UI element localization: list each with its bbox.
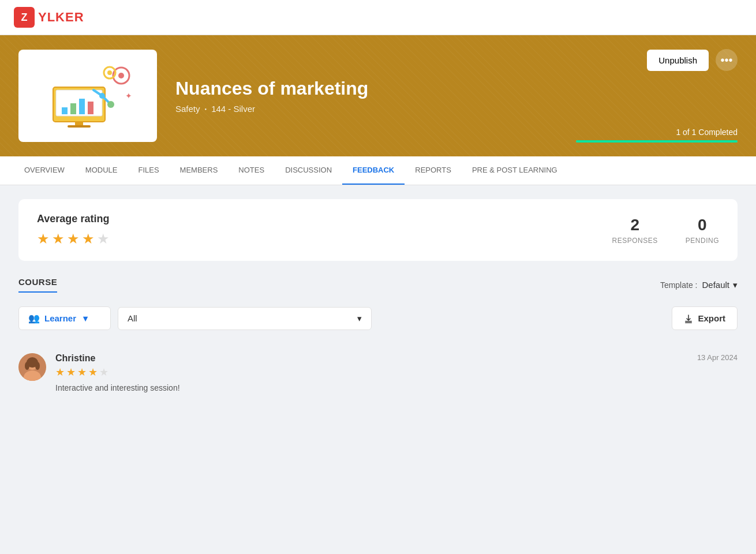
more-options-button[interactable]: ••• <box>716 49 738 71</box>
template-dropdown[interactable]: Default ▾ <box>702 280 738 290</box>
template-label: Template : <box>660 280 698 290</box>
course-category: Safety <box>175 104 200 114</box>
tab-notes[interactable]: NOTES <box>228 156 275 185</box>
all-filter-dropdown[interactable]: All ▾ <box>118 307 372 330</box>
learner-label: Learner <box>44 313 76 323</box>
logo-text: YLKER <box>38 10 84 25</box>
section-header: COURSE Template : Default ▾ <box>18 277 738 297</box>
export-label: Export <box>698 313 725 323</box>
course-progress: 1 of 1 Completed <box>576 128 738 143</box>
course-meta: Safety ● 144 - Silver <box>175 104 738 114</box>
review-star-1: ★ <box>55 366 65 379</box>
tab-feedback[interactable]: FEEDBACK <box>342 156 405 185</box>
svg-point-10 <box>107 101 114 108</box>
svg-rect-3 <box>70 103 76 114</box>
tab-reports[interactable]: REPORTS <box>405 156 462 185</box>
star-2: ★ <box>52 231 65 247</box>
review-star-3: ★ <box>77 366 87 379</box>
review-star-5: ★ <box>99 366 108 379</box>
progress-bar-container <box>576 140 738 143</box>
review-text: Interactive and interesting session! <box>55 383 738 392</box>
rating-right: 2 RESPONSES 0 PENDING <box>612 216 719 245</box>
header: Z YLKER <box>0 0 756 35</box>
tab-overview[interactable]: OVERVIEW <box>14 156 75 185</box>
tab-discussion[interactable]: DISCUSSION <box>275 156 342 185</box>
svg-rect-18 <box>685 322 692 323</box>
svg-point-13 <box>118 73 124 78</box>
responses-label: RESPONSES <box>612 237 658 245</box>
star-1: ★ <box>37 231 50 247</box>
pending-stat: 0 PENDING <box>686 216 719 245</box>
svg-rect-7 <box>68 125 91 128</box>
tab-files[interactable]: FILES <box>128 156 169 185</box>
review-body: Christine 13 Apr 2024 ★ ★ ★ ★ ★ Interact… <box>55 353 738 392</box>
course-code: 144 - Silver <box>211 104 255 114</box>
template-selector: Template : Default ▾ <box>660 280 738 290</box>
course-thumbnail: ✦ <box>18 50 157 142</box>
export-button[interactable]: Export <box>672 306 738 330</box>
svg-rect-17 <box>685 321 692 322</box>
tab-module[interactable]: MODULE <box>75 156 128 185</box>
separator: ● <box>205 107 207 111</box>
tabs-nav: OVERVIEW MODULE FILES MEMBERS NOTES DISC… <box>0 156 756 185</box>
reviews-list: Christine 13 Apr 2024 ★ ★ ★ ★ ★ Interact… <box>18 344 738 402</box>
reviewer-avatar <box>18 353 46 381</box>
template-value: Default <box>702 280 729 290</box>
svg-rect-2 <box>62 107 68 114</box>
pending-label: PENDING <box>686 237 719 245</box>
review-star-4: ★ <box>88 366 98 379</box>
learner-filter-button[interactable]: 👥 Learner ▾ <box>18 306 111 330</box>
progress-label: 1 of 1 Completed <box>576 128 738 137</box>
filter-row: 👥 Learner ▾ All ▾ Export <box>18 306 738 330</box>
course-actions: Unpublish ••• <box>647 49 738 71</box>
section-title: COURSE <box>18 277 57 293</box>
rating-title: Average rating <box>37 213 612 225</box>
review-item: Christine 13 Apr 2024 ★ ★ ★ ★ ★ Interact… <box>18 344 738 402</box>
responses-count: 2 <box>612 216 658 234</box>
responses-stat: 2 RESPONSES <box>612 216 658 245</box>
logo-icon: Z <box>14 7 35 28</box>
review-star-2: ★ <box>66 366 76 379</box>
star-3: ★ <box>67 231 80 247</box>
main-content: Average rating ★ ★ ★ ★ ★ 2 RESPONSES 0 P… <box>0 185 756 415</box>
unpublish-button[interactable]: Unpublish <box>647 50 709 71</box>
star-5: ★ <box>97 231 110 247</box>
review-stars: ★ ★ ★ ★ ★ <box>55 366 738 379</box>
chevron-down-icon: ▾ <box>733 280 738 290</box>
star-4: ★ <box>82 231 95 247</box>
review-header: Christine 13 Apr 2024 <box>55 353 738 364</box>
rating-left: Average rating ★ ★ ★ ★ ★ <box>37 213 612 247</box>
all-filter-label: All <box>128 313 137 323</box>
export-icon <box>684 313 693 323</box>
course-info: Nuances of marketing Safety ● 144 - Silv… <box>175 78 738 114</box>
progress-bar-fill <box>576 140 738 143</box>
reviewer-name: Christine <box>55 353 95 364</box>
tab-pre-post-learning[interactable]: PRE & POST LEARNING <box>462 156 568 185</box>
logo: Z YLKER <box>14 7 84 28</box>
svg-point-15 <box>107 70 112 75</box>
chevron-down-icon-all: ▾ <box>357 313 362 324</box>
svg-text:✦: ✦ <box>125 91 132 100</box>
course-banner: ✦ Nuances of marketing Safety ● 144 - Si… <box>0 35 756 156</box>
chevron-down-icon-learner: ▾ <box>83 313 88 324</box>
pending-count: 0 <box>686 216 719 234</box>
svg-rect-6 <box>75 122 83 125</box>
course-title: Nuances of marketing <box>175 78 738 99</box>
review-date: 13 Apr 2024 <box>697 353 738 362</box>
svg-rect-4 <box>79 99 85 114</box>
rating-card: Average rating ★ ★ ★ ★ ★ 2 RESPONSES 0 P… <box>18 199 738 261</box>
svg-point-23 <box>25 362 29 370</box>
svg-point-11 <box>99 93 105 99</box>
svg-point-24 <box>35 362 40 370</box>
tab-members[interactable]: MEMBERS <box>170 156 229 185</box>
stars-container: ★ ★ ★ ★ ★ <box>37 231 612 247</box>
users-icon: 👥 <box>28 313 40 324</box>
svg-rect-5 <box>88 102 93 114</box>
